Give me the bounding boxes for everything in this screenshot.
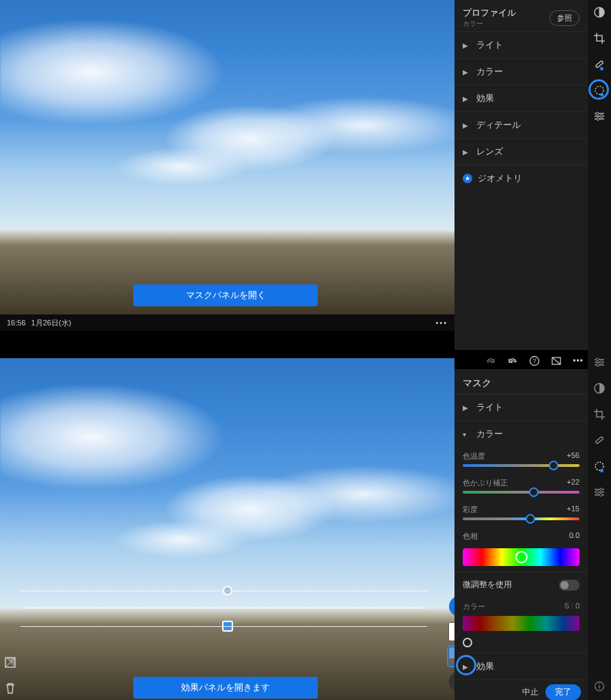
- slider-temperature[interactable]: 色温度 +56: [454, 447, 588, 474]
- active-dot-icon: [600, 469, 603, 472]
- crop-icon[interactable]: [593, 407, 606, 421]
- exposure-icon[interactable]: [593, 381, 606, 395]
- exposure-square-icon[interactable]: [4, 656, 16, 669]
- compare-icon[interactable]: [551, 355, 562, 366]
- section-detail[interactable]: ▶ ディテール: [454, 111, 588, 138]
- hue-thumb[interactable]: [515, 551, 528, 563]
- browse-button[interactable]: 参照: [549, 10, 580, 26]
- slider-saturation[interactable]: 彩度 +15: [454, 500, 588, 527]
- screenshot-bottom: 効果パネルを開きます ＋ − ? •••: [0, 350, 611, 700]
- section-color[interactable]: ▶ カラー: [454, 58, 588, 85]
- modified-indicator-icon: ★: [463, 174, 472, 183]
- hue-strip[interactable]: [463, 548, 580, 566]
- image-canvas[interactable]: マスクパネルを開く: [0, 0, 454, 314]
- slider-value: +15: [567, 504, 580, 515]
- chevron-right-icon: ▶: [463, 42, 471, 49]
- color-heading: カラー S : 0: [454, 597, 588, 613]
- undo-icon[interactable]: [507, 355, 518, 366]
- screenshot-top: マスクパネルを開く 16:56 1月26日(水) ••• 99% プロファイル …: [0, 0, 611, 350]
- svg-rect-22: [599, 686, 599, 689]
- masking-icon[interactable]: [593, 83, 606, 97]
- redo-icon[interactable]: [485, 355, 496, 366]
- open-effects-panel-button[interactable]: 効果パネルを開きます: [133, 677, 318, 699]
- chevron-right-icon: ▶: [463, 404, 471, 412]
- gradient-line-bot[interactable]: [21, 626, 427, 627]
- help-icon[interactable]: ?: [529, 355, 540, 366]
- color-strip[interactable]: [463, 616, 580, 631]
- mask-section-color[interactable]: ▾ カラー: [454, 420, 588, 447]
- slider-thumb[interactable]: [549, 461, 558, 470]
- svg-point-4: [596, 112, 599, 115]
- swatch-empty-icon[interactable]: [463, 638, 472, 647]
- mask-section-effects[interactable]: ▶ 効果: [454, 653, 588, 679]
- canvas-corner-tools: [4, 656, 16, 695]
- refine-toggle-row[interactable]: 微調整を使用: [454, 571, 588, 597]
- slider-track[interactable]: [463, 464, 580, 467]
- mask-panel: マスク ▶ ライト ▾ カラー 色温度 +56 色かぶり補正 +22 彩度 +1…: [454, 369, 588, 700]
- adjust-icon[interactable]: [593, 355, 606, 369]
- masking-icon[interactable]: [593, 459, 606, 473]
- section-lens[interactable]: ▶ レンズ: [454, 138, 588, 165]
- tool-rail: [588, 350, 611, 700]
- trash-icon[interactable]: [4, 682, 16, 695]
- adjust-icon[interactable]: [593, 109, 606, 123]
- active-dot-icon: [600, 67, 603, 70]
- ipad-status-bar: 16:56 1月26日(水) •••: [0, 314, 454, 331]
- section-label: ディテール: [476, 119, 521, 131]
- slider-track[interactable]: [463, 517, 580, 520]
- overflow-indicator[interactable]: •••: [435, 319, 448, 327]
- profile-title: プロファイル: [463, 7, 516, 19]
- callout-ring: [588, 79, 609, 100]
- svg-point-12: [596, 358, 599, 361]
- svg-point-14: [597, 364, 599, 366]
- swatch-row: [454, 635, 588, 653]
- svg-line-11: [552, 358, 560, 364]
- date-label: 1月26日(水): [31, 318, 72, 328]
- profile-header: プロファイル カラー 参照: [454, 0, 588, 31]
- slider-value: +22: [567, 478, 580, 488]
- tool-rail: [588, 0, 611, 350]
- svg-point-5: [600, 115, 603, 118]
- section-geometry[interactable]: ★ ジオメトリ: [454, 165, 588, 191]
- exposure-icon[interactable]: [593, 5, 606, 19]
- photo-clouds: [0, 16, 454, 204]
- chevron-right-icon: ▶: [463, 148, 471, 156]
- settings-icon[interactable]: [593, 485, 606, 499]
- section-label: カラー: [476, 66, 503, 78]
- done-button[interactable]: 完了: [545, 684, 581, 700]
- open-mask-panel-button[interactable]: マスクパネルを開く: [133, 284, 318, 306]
- section-label: ライト: [476, 39, 503, 51]
- slider-value: +56: [567, 451, 580, 461]
- gradient-line-mid[interactable]: [21, 608, 427, 608]
- toggle-label: 微調整を使用: [463, 579, 512, 591]
- healing-icon[interactable]: [593, 57, 606, 71]
- gradient-handle-top[interactable]: [223, 586, 232, 595]
- chevron-right-icon: ▶: [463, 68, 471, 76]
- mask-panel-title: マスク: [454, 369, 588, 394]
- color-s-label: S : 0: [564, 602, 580, 612]
- section-effects[interactable]: ▶ 効果: [454, 85, 588, 111]
- slider-track[interactable]: [463, 491, 580, 494]
- edit-panel: プロファイル カラー 参照 ▶ ライト ▶ カラー ▶ 効果 ▶ ディテール ▶…: [454, 0, 588, 350]
- healing-icon[interactable]: [593, 433, 606, 447]
- slider-thumb[interactable]: [526, 514, 535, 524]
- slider-label: 色相: [463, 531, 478, 541]
- image-canvas[interactable]: 効果パネルを開きます: [0, 358, 454, 700]
- more-icon[interactable]: •••: [573, 355, 584, 366]
- section-light[interactable]: ▶ ライト: [454, 31, 588, 58]
- profile-sub: カラー: [463, 19, 516, 29]
- active-dot-icon: [600, 93, 603, 96]
- callout-ring: [456, 655, 476, 675]
- chevron-right-icon: ▶: [463, 122, 471, 129]
- toggle-switch[interactable]: [559, 580, 580, 591]
- svg-point-6: [597, 118, 599, 120]
- mask-section-light[interactable]: ▶ ライト: [454, 394, 588, 420]
- info-icon[interactable]: [593, 679, 606, 693]
- slider-thumb[interactable]: [529, 487, 539, 497]
- chevron-right-icon: ▶: [463, 95, 471, 103]
- slider-label: 色温度: [463, 451, 485, 461]
- crop-icon[interactable]: [593, 31, 606, 45]
- slider-tint[interactable]: 色かぶり補正 +22: [454, 474, 588, 500]
- section-label: レンズ: [476, 146, 503, 158]
- cancel-button[interactable]: 中止: [522, 686, 539, 698]
